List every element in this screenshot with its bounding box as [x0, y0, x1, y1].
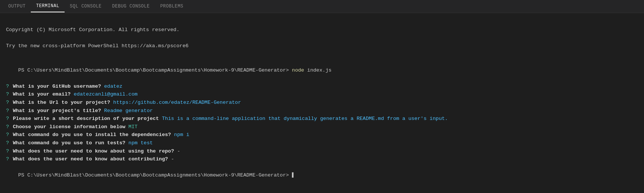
- blank-line-1: [6, 18, 638, 26]
- blank-line-3: [6, 50, 638, 58]
- question-label-1: What is your email?: [13, 91, 71, 97]
- prompt2: PS C:\Users\MindBlast\Documents\Bootcamp…: [18, 172, 289, 178]
- question-answer-1: edatezcanli@gmail.com: [71, 91, 137, 97]
- question-label-9: What does the user need to know about co…: [13, 156, 168, 162]
- tab-sql-console[interactable]: SQL CONSOLE: [65, 1, 107, 12]
- command-arg: index.js: [304, 67, 332, 73]
- question-mark-0: ?: [6, 84, 12, 89]
- question-mark-7: ?: [6, 140, 12, 146]
- tab-problems[interactable]: PROBLEMS: [155, 1, 189, 12]
- question-line-4: ? Please write a short description of yo…: [6, 115, 638, 123]
- question-line-2: ? What is the Url to your project? https…: [6, 99, 638, 107]
- question-label-7: What command do you use to run tests?: [13, 140, 125, 146]
- question-answer-0: edatez: [101, 84, 122, 89]
- question-answer-8: -: [174, 148, 180, 154]
- question-answer-5: MIT: [125, 124, 137, 130]
- question-answer-9: -: [168, 156, 174, 162]
- question-mark-6: ?: [6, 132, 12, 138]
- questions-container: ? What is your GitHub username? edatez? …: [6, 82, 638, 163]
- question-mark-3: ?: [6, 108, 12, 114]
- powershell-line: Try the new cross-platform PowerShell ht…: [6, 42, 638, 50]
- question-line-0: ? What is your GitHub username? edatez: [6, 82, 638, 91]
- question-line-9: ? What does the user need to know about …: [6, 155, 638, 163]
- question-mark-5: ?: [6, 124, 12, 130]
- question-label-0: What is your GitHub username?: [13, 84, 101, 89]
- question-line-1: ? What is your email? edatezcanli@gmail.…: [6, 90, 638, 99]
- question-mark-9: ?: [6, 156, 12, 162]
- node-command: node: [289, 67, 304, 73]
- question-answer-6: npm i: [171, 132, 189, 138]
- tab-output[interactable]: OUTPUT: [3, 1, 31, 12]
- question-label-4: Please write a short description of your…: [13, 116, 159, 121]
- tab-debug-console[interactable]: DEBUG CONSOLE: [107, 1, 155, 12]
- question-mark-1: ?: [6, 91, 12, 97]
- tab-bar: OUTPUT TERMINAL SQL CONSOLE DEBUG CONSOL…: [0, 0, 644, 13]
- question-answer-3: Readme generator: [101, 108, 153, 114]
- blank-line-2: [6, 34, 638, 42]
- question-answer-7: npm test: [125, 140, 153, 146]
- question-line-5: ? Choose your license information below …: [6, 123, 638, 131]
- question-mark-4: ?: [6, 116, 12, 121]
- question-line-7: ? What command do you use to run tests? …: [6, 139, 638, 147]
- question-mark-2: ?: [6, 100, 12, 105]
- question-label-6: What command do you use to install the d…: [13, 132, 171, 138]
- command-line: PS C:\Users\MindBlast\Documents\Bootcamp…: [6, 58, 638, 82]
- question-label-3: What is your project's title?: [13, 108, 101, 114]
- question-line-3: ? What is your project's title? Readme g…: [6, 107, 638, 115]
- question-label-2: What is the Url to your project?: [13, 100, 110, 105]
- question-mark-8: ?: [6, 148, 12, 154]
- question-answer-2: https://github.com/edatez/README-Generat…: [110, 100, 241, 105]
- tab-terminal[interactable]: TERMINAL: [31, 0, 65, 12]
- cursor: ▌: [289, 172, 295, 178]
- final-prompt-line: PS C:\Users\MindBlast\Documents\Bootcamp…: [6, 163, 638, 188]
- question-line-8: ? What does the user need to know about …: [6, 147, 638, 156]
- prompt1: PS C:\Users\MindBlast\Documents\Bootcamp…: [18, 67, 289, 73]
- question-label-5: Choose your license information below: [13, 124, 125, 130]
- question-label-8: What does the user need to know about us…: [13, 148, 174, 154]
- question-line-6: ? What command do you use to install the…: [6, 131, 638, 139]
- question-answer-4: This is a command-line application that …: [159, 116, 448, 121]
- copyright-line: Copyright (C) Microsoft Corporation. All…: [6, 26, 638, 34]
- terminal-body[interactable]: Copyright (C) Microsoft Corporation. All…: [0, 13, 644, 192]
